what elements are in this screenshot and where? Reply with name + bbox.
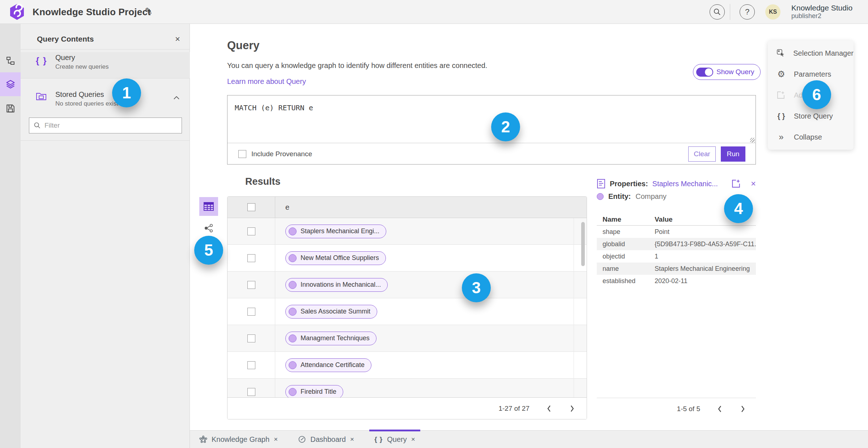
- graph-view-button[interactable]: [202, 221, 216, 235]
- app-logo-icon[interactable]: [9, 4, 25, 20]
- entity-pill[interactable]: Sales Associate Summit: [285, 305, 377, 319]
- callout-4: 4: [724, 194, 753, 223]
- table-row[interactable]: New Metal Office Suppliers: [227, 245, 587, 272]
- tab-knowledge-graph[interactable]: Knowledge Graph ×: [196, 431, 281, 448]
- entity-label: Sales Associate Summit: [301, 308, 370, 315]
- property-row[interactable]: name Staplers Mechanical Engineering: [597, 263, 756, 275]
- learn-more-link[interactable]: Learn more about Query: [227, 77, 306, 86]
- stored-queries-subtitle: No stored queries exist: [55, 100, 118, 107]
- property-row[interactable]: shape Point: [597, 226, 756, 238]
- panel-item-query[interactable]: { } Query Create new queries: [21, 52, 190, 78]
- include-provenance-label: Include Provenance: [251, 150, 312, 158]
- entity-label: Managment Techniques: [301, 334, 370, 342]
- divider: [574, 218, 574, 398]
- close-icon[interactable]: ×: [411, 435, 415, 443]
- query-editor[interactable]: MATCH (e) RETURN e: [227, 95, 756, 143]
- tab-dashboard[interactable]: Dashboard ×: [294, 431, 358, 448]
- table-row[interactable]: Managment Techniques: [227, 325, 587, 352]
- query-item-title: Query: [55, 54, 75, 62]
- previous-page-button[interactable]: [716, 404, 723, 414]
- row-checkbox[interactable]: [247, 388, 255, 396]
- rail-item-schema[interactable]: [0, 49, 21, 72]
- entity-label: Attendance Certificate: [301, 361, 365, 369]
- tab-query-active[interactable]: { } Query ×: [371, 431, 419, 448]
- next-page-button[interactable]: [739, 404, 746, 414]
- entity-dot-icon: [289, 334, 297, 342]
- property-name: established: [597, 277, 655, 285]
- panel-item-stored-queries[interactable]: Stored Queries No stored queries exist: [21, 89, 190, 114]
- column-header-e[interactable]: e: [275, 203, 587, 212]
- entity-label: Firebird Title: [301, 388, 336, 396]
- table-row[interactable]: Attendance Certificate: [227, 352, 587, 379]
- table-row[interactable]: Firebird Title: [227, 379, 587, 398]
- menu-item-collapse[interactable]: » Collapse: [768, 127, 854, 148]
- menu-label: Selection Manager: [793, 49, 854, 57]
- user-info[interactable]: Knowledge Studio publisher2: [791, 4, 852, 20]
- entity-dot-icon: [289, 308, 297, 316]
- results-table-header: e: [227, 197, 587, 218]
- results-table-card: e Staplers Mechanical Engi... New Metal …: [227, 196, 587, 419]
- properties-entity-link[interactable]: Staplers Mechanic...: [652, 180, 718, 188]
- table-row[interactable]: Innovations in Mechanical...: [227, 272, 587, 298]
- entity-pill[interactable]: Firebird Title: [285, 385, 343, 398]
- table-row[interactable]: Sales Associate Summit: [227, 298, 587, 325]
- user-avatar[interactable]: KS: [765, 4, 780, 20]
- entity-dot-icon: [289, 281, 297, 289]
- entity-pill[interactable]: Managment Techniques: [285, 332, 376, 345]
- property-row[interactable]: objectid 1: [597, 250, 756, 263]
- property-value: Point: [655, 228, 756, 236]
- query-item-subtitle: Create new queries: [55, 63, 109, 71]
- select-all-checkbox[interactable]: [247, 203, 255, 211]
- include-provenance-checkbox[interactable]: [238, 150, 246, 158]
- properties-pagination: 1-5 of 5: [597, 398, 756, 419]
- row-checkbox[interactable]: [247, 254, 255, 262]
- menu-item-selection-manager[interactable]: Selection Manager: [768, 43, 854, 64]
- close-icon[interactable]: ×: [274, 435, 278, 443]
- column-header-name[interactable]: Name: [597, 216, 655, 223]
- row-checkbox[interactable]: [247, 281, 255, 289]
- property-name: objectid: [597, 253, 655, 260]
- close-icon[interactable]: ×: [350, 435, 354, 443]
- entity-pill[interactable]: Attendance Certificate: [285, 358, 371, 372]
- row-checkbox[interactable]: [247, 227, 255, 235]
- close-properties-icon[interactable]: ×: [751, 179, 756, 189]
- show-query-toggle[interactable]: Show Query: [693, 64, 761, 80]
- rail-item-layers[interactable]: [0, 72, 21, 96]
- entity-pill[interactable]: New Metal Office Suppliers: [285, 251, 386, 265]
- row-checkbox[interactable]: [247, 334, 255, 342]
- results-title: Results: [245, 176, 281, 187]
- previous-page-button[interactable]: [545, 404, 553, 414]
- scrollbar-thumb[interactable]: [581, 222, 585, 266]
- stored-queries-title: Stored Queries: [55, 90, 104, 99]
- callout-1: 1: [112, 78, 141, 107]
- properties-doc-icon: [597, 179, 605, 189]
- property-row[interactable]: globalid {5D9B4713-F98D-4A53-A59F-C11...: [597, 238, 756, 250]
- rail-item-save[interactable]: [0, 97, 21, 120]
- table-icon: [204, 202, 214, 211]
- row-checkbox[interactable]: [247, 308, 255, 316]
- entity-pill[interactable]: Staplers Mechanical Engi...: [285, 225, 386, 238]
- table-row[interactable]: Staplers Mechanical Engi...: [227, 218, 587, 245]
- knowledge-studio-app: Knowledge Studio Project ✎ ? KS Knowledg…: [0, 0, 868, 448]
- panel-close-icon[interactable]: ×: [175, 34, 180, 44]
- tab-label: Dashboard: [310, 435, 346, 444]
- run-button[interactable]: Run: [721, 146, 745, 162]
- row-checkbox[interactable]: [247, 361, 255, 369]
- edit-title-icon[interactable]: ✎: [145, 6, 153, 17]
- next-page-button[interactable]: [569, 404, 576, 414]
- caret-up-icon[interactable]: [173, 95, 180, 100]
- query-contents-panel: Query Contents × { } Query Create new qu…: [21, 24, 190, 448]
- menu-item-store-query[interactable]: { } Store Query: [768, 106, 854, 127]
- table-view-button[interactable]: [199, 197, 218, 216]
- menu-label: Ad: [794, 91, 803, 99]
- help-button[interactable]: ?: [740, 4, 755, 20]
- resize-handle[interactable]: [750, 138, 755, 142]
- entity-pill[interactable]: Innovations in Mechanical...: [285, 278, 388, 292]
- menu-label: Parameters: [794, 70, 831, 78]
- clear-button[interactable]: Clear: [688, 146, 716, 162]
- filter-input[interactable]: [44, 121, 177, 129]
- add-to-selection-icon[interactable]: [731, 179, 741, 188]
- results-scrollbar[interactable]: [581, 219, 585, 397]
- search-button[interactable]: [710, 4, 725, 20]
- property-row[interactable]: established 2020-02-11: [597, 275, 756, 287]
